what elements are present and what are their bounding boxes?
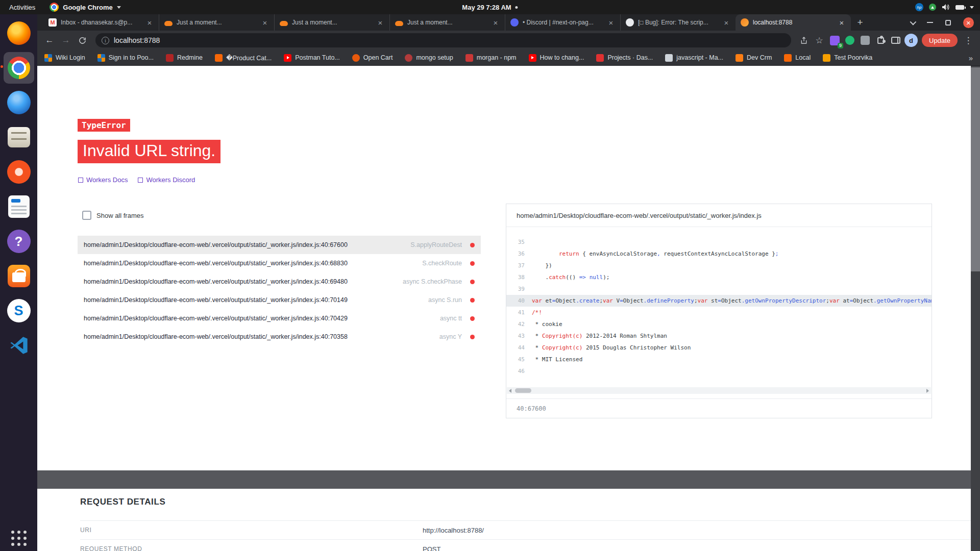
- forward-button[interactable]: →: [59, 33, 73, 47]
- external-link-icon: [78, 178, 83, 183]
- dock-item-files[interactable]: [4, 121, 34, 153]
- stack-frame-row[interactable]: home/admin1/Desktop/cloudflare-ecom-web/…: [78, 254, 481, 272]
- media-player-icon: [7, 160, 31, 184]
- tab-close-icon[interactable]: [492, 18, 500, 27]
- bookmark-redmine[interactable]: Redmine: [166, 54, 203, 62]
- browser-toolbar: ← → localhost:8788 9: [37, 31, 980, 50]
- minimize-button[interactable]: [927, 22, 933, 23]
- tab-search-chevron-icon[interactable]: [910, 18, 917, 25]
- error-dot-icon: [470, 335, 475, 339]
- workers-docs-link[interactable]: Workers Docs: [78, 176, 128, 184]
- tab-close-icon[interactable]: [261, 18, 269, 27]
- bookmark-projects-dashboard[interactable]: Projects · Das...: [596, 54, 653, 62]
- bookmark-product-cat[interactable]: �Product Cat...: [215, 54, 272, 62]
- bookmark-morgan-npm[interactable]: morgan - npm: [465, 54, 517, 62]
- show-all-frames-checkbox[interactable]: [82, 211, 91, 220]
- extension-button-2[interactable]: [843, 34, 856, 47]
- dock-item-firefox[interactable]: [4, 17, 34, 49]
- bookmark-wiki-login[interactable]: Wiki Login: [44, 54, 85, 62]
- stack-frame-row[interactable]: home/admin1/Desktop/cloudflare-ecom-web/…: [78, 328, 481, 346]
- app-grid-button[interactable]: [0, 531, 37, 546]
- extensions-menu-button[interactable]: [874, 34, 887, 47]
- back-button[interactable]: ←: [42, 33, 57, 47]
- bookmark-open-cart[interactable]: Open Cart: [352, 54, 393, 62]
- bookmark-label: Test Poorvika: [834, 54, 872, 61]
- bookmark-mongo-setup[interactable]: mongo setup: [405, 54, 453, 62]
- bookmark-sign-in[interactable]: Sign in to Poo...: [97, 54, 154, 62]
- page-vertical-scrollbar[interactable]: [971, 66, 980, 551]
- system-tray[interactable]: [912, 0, 977, 14]
- frame-path: home/admin1/Desktop/cloudflare-ecom-web/…: [84, 260, 348, 267]
- activities-button[interactable]: Activities: [0, 0, 44, 14]
- stack-frame-row[interactable]: home/admin1/Desktop/cloudflare-ecom-web/…: [78, 291, 481, 309]
- bookmark-label: mongo setup: [416, 54, 453, 61]
- maximize-button[interactable]: [945, 20, 951, 26]
- help-icon: [7, 230, 31, 253]
- tab-title: Just a moment...: [292, 19, 372, 26]
- code-horizontal-scrollbar[interactable]: [507, 387, 931, 394]
- share-button[interactable]: [797, 34, 811, 47]
- bookmark-postman-tutorial[interactable]: Postman Tuto...: [284, 54, 340, 62]
- tab-localhost-8788[interactable]: localhost:8788: [736, 14, 851, 31]
- tab-inbox[interactable]: Inbox - dhanasekar.s@p...: [43, 14, 159, 31]
- extension-icon: [845, 36, 854, 45]
- dock-item-libreoffice-writer[interactable]: [4, 191, 34, 222]
- gnome-top-bar: Activities Google Chrome May 29 7:28 AM: [0, 0, 980, 14]
- dock-item-ubuntu-software[interactable]: [4, 260, 34, 292]
- scroll-right-arrow-icon[interactable]: [926, 389, 929, 393]
- frame-function: S.checkRoute: [422, 260, 462, 267]
- bookmarks-overflow-button[interactable]: »: [969, 54, 973, 62]
- update-button[interactable]: Update: [922, 34, 958, 47]
- battery-icon: [955, 5, 964, 10]
- stack-frame-row[interactable]: home/admin1/Desktop/cloudflare-ecom-web/…: [78, 309, 481, 328]
- bookmark-javascript[interactable]: javascript - Ma...: [665, 54, 723, 62]
- request-details-section: REQUEST DETAILS URI http://localhost:878…: [80, 497, 979, 551]
- dock-item-thunderbird[interactable]: [4, 87, 34, 118]
- bookmark-test-poorvika[interactable]: Test Poorvika: [823, 54, 872, 62]
- window-close-button[interactable]: [963, 17, 974, 28]
- tab-just-a-moment-2[interactable]: Just a moment...: [274, 14, 389, 31]
- dock-item-skype[interactable]: [4, 295, 34, 327]
- tab-just-a-moment-1[interactable]: Just a moment...: [159, 14, 274, 31]
- extension-button-3[interactable]: [859, 34, 872, 47]
- dock-item-help[interactable]: [4, 226, 34, 257]
- scrollbar-thumb[interactable]: [971, 67, 980, 271]
- profile-avatar[interactable]: d: [904, 34, 918, 47]
- dock-item-vscode[interactable]: [4, 330, 34, 361]
- tab-just-a-moment-3[interactable]: Just a moment...: [389, 14, 505, 31]
- extension-button-1[interactable]: 9: [828, 34, 841, 47]
- tab-close-icon[interactable]: [607, 18, 615, 27]
- code-line: 41/*!: [506, 307, 932, 318]
- scroll-left-arrow-icon[interactable]: [509, 389, 511, 393]
- page-info-icon[interactable]: [102, 37, 109, 44]
- bookmark-dev-crm[interactable]: Dev Crm: [736, 54, 772, 62]
- clock[interactable]: May 29 7:28 AM: [462, 4, 518, 11]
- frame-path: home/admin1/Desktop/cloudflare-ecom-web/…: [84, 296, 348, 304]
- tab-close-icon[interactable]: [838, 18, 846, 27]
- hp-indicator-icon: [915, 3, 923, 11]
- bookmark-how-to-change[interactable]: How to chang...: [529, 54, 584, 62]
- volume-icon: [942, 4, 950, 11]
- tab-github-bug[interactable]: [□ Bug]: Error: The scrip...: [620, 14, 736, 31]
- new-tab-button[interactable]: [853, 15, 867, 30]
- dock-item-google-chrome[interactable]: [4, 52, 34, 84]
- reload-button[interactable]: [75, 33, 89, 47]
- code-line: 36 return { envAsyncLocalStorage, reques…: [506, 248, 932, 260]
- workers-discord-link[interactable]: Workers Discord: [138, 176, 195, 184]
- stack-frame-row[interactable]: home/admin1/Desktop/cloudflare-ecom-web/…: [78, 236, 481, 254]
- tab-close-icon[interactable]: [145, 18, 154, 27]
- tab-discord[interactable]: • Discord | #next-on-pag...: [505, 14, 620, 31]
- address-bar[interactable]: localhost:8788: [95, 33, 791, 47]
- tab-close-icon[interactable]: [376, 18, 384, 27]
- bookmark-local[interactable]: Local: [784, 54, 811, 62]
- scrollbar-thumb[interactable]: [515, 388, 531, 393]
- app-menu[interactable]: Google Chrome: [50, 3, 121, 12]
- tab-close-icon[interactable]: [722, 18, 730, 27]
- stack-frame-row[interactable]: home/admin1/Desktop/cloudflare-ecom-web/…: [78, 272, 481, 291]
- side-panel-button[interactable]: [889, 34, 902, 47]
- bookmark-star-icon[interactable]: [813, 34, 826, 47]
- browser-menu-button[interactable]: [962, 34, 975, 47]
- dock-item-media-player[interactable]: [4, 156, 34, 188]
- frame-function: async S.run: [428, 296, 462, 304]
- discord-favicon: [510, 18, 519, 27]
